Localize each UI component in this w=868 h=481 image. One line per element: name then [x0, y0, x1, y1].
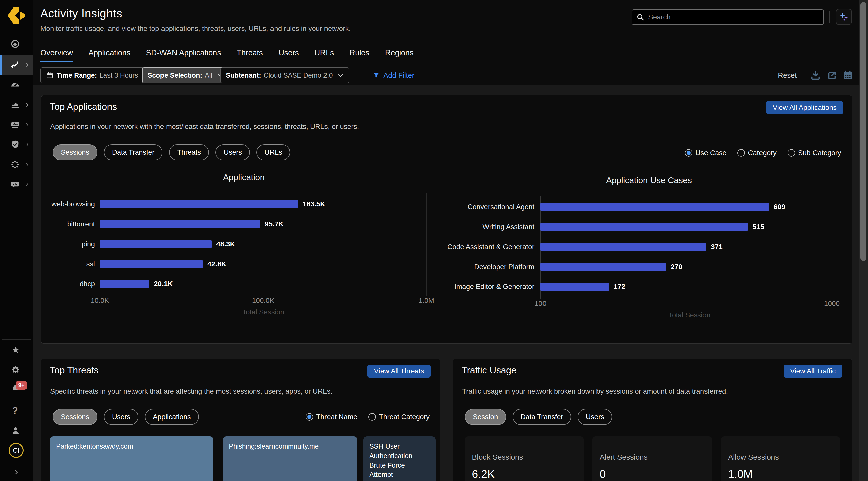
add-filter-button[interactable]: Add Filter [372, 67, 414, 84]
bar-category-label: Developer Platform [379, 263, 534, 271]
traffic-toggle-data-transfer[interactable]: Data Transfer [513, 409, 571, 425]
bar-developer-platform[interactable] [540, 263, 666, 271]
schedule-calendar-icon[interactable] [842, 70, 854, 81]
tab-sd-wan-applications[interactable]: SD-WAN Applications [146, 43, 221, 62]
chevron-right-icon [25, 142, 30, 147]
page-scrollbar-thumb[interactable] [861, 2, 867, 261]
threats-radio-threat-name[interactable]: Threat Name [306, 413, 357, 421]
sidebar-item-reports[interactable] [0, 174, 33, 194]
threats-radio-threat-category[interactable]: Threat Category [368, 413, 430, 421]
subtenant-filter[interactable]: Subtenant: Cloud SASE Demo 2.0 [220, 67, 349, 84]
sidebar-item-appliances[interactable] [0, 115, 33, 135]
bar-value-label: 371 [711, 243, 722, 250]
chevron-right-icon [25, 122, 30, 127]
time-range-value: Last 3 Hours [100, 71, 138, 80]
download-icon[interactable] [810, 70, 821, 81]
metric-toggle-group: SessionsData TransferThreatsUsersURLs [53, 144, 290, 160]
share-export-icon[interactable] [826, 70, 837, 81]
tab-regions[interactable]: Regions [385, 43, 414, 62]
search-input[interactable] [648, 13, 819, 21]
threats-toggle-sessions[interactable]: Sessions [53, 409, 97, 425]
apps-radio-sub-category[interactable]: Sub Category [787, 149, 841, 157]
question-icon: ? [12, 405, 18, 416]
bar-value-label: 95.7K [265, 220, 284, 228]
apps-toggle-threats[interactable]: Threats [169, 144, 209, 160]
sidebar-item-profile[interactable] [0, 420, 33, 441]
bar-value-label: 20.1K [154, 280, 173, 288]
view-all-applications-button[interactable]: View All Applications [766, 101, 843, 114]
apps-radio-category[interactable]: Category [737, 149, 777, 157]
gauge-icon [10, 80, 20, 90]
bar-ssl[interactable] [100, 260, 203, 268]
bar-writing-assistant[interactable] [540, 223, 748, 231]
stat-value: 6.2K [472, 468, 495, 481]
sidebar-item-favorites[interactable] [0, 340, 33, 360]
brand-logo-icon[interactable] [6, 5, 26, 26]
sidebar-item-help[interactable]: ? [0, 400, 33, 421]
bar-dhcp[interactable] [100, 280, 149, 288]
tab-overview[interactable]: Overview [40, 43, 73, 62]
threats-toggle-users[interactable]: Users [104, 409, 138, 425]
avatar[interactable]: CI [8, 443, 24, 458]
bar-code-assistant-generator[interactable] [540, 243, 706, 250]
chevron-right-icon [25, 122, 30, 127]
sidebar-item-dashboards[interactable] [0, 74, 33, 95]
card-title: Top Applications [50, 101, 117, 112]
bar-category-label: Conversational Agent [379, 203, 534, 211]
ai-copilot-button[interactable] [836, 9, 852, 25]
bar-image-editor-generator[interactable] [540, 283, 609, 291]
tab-urls[interactable]: URLs [314, 43, 334, 62]
reset-button[interactable]: Reset [778, 67, 797, 84]
bar-value-label: 270 [671, 263, 682, 271]
topbar: Activity Insights Monitor traffic usage,… [33, 0, 859, 85]
scope-label: Scope Selection: [148, 71, 203, 80]
traffic-toggle-users[interactable]: Users [578, 409, 612, 425]
apps-toggle-users[interactable]: Users [216, 144, 250, 160]
treemap-block-2[interactable]: Phishing:slearncommnuity.me [223, 436, 358, 481]
view-all-threats-button[interactable]: View All Threats [367, 365, 431, 378]
tab-applications[interactable]: Applications [88, 43, 130, 62]
traffic-toggle-session[interactable]: Session [465, 409, 506, 425]
apps-toggle-data-transfer[interactable]: Data Transfer [104, 144, 163, 160]
bar-conversational-agent[interactable] [540, 203, 769, 211]
gauge-icon [10, 80, 20, 90]
sidebar-item-workflows[interactable] [0, 155, 33, 175]
bar-bittorrent[interactable] [100, 220, 260, 228]
tab-threats[interactable]: Threats [237, 43, 263, 62]
bar-web-browsing[interactable] [100, 200, 298, 208]
bar-ping[interactable] [100, 240, 212, 248]
x-tick-label: 1.0M [399, 297, 454, 305]
sidebar-item-activity-insights[interactable] [0, 55, 33, 75]
bar-category-label: Code Assistant & Generator [379, 243, 534, 250]
sidebar-item-monitor[interactable] [0, 34, 33, 54]
bar-category-label: Image Editor & Generator [379, 283, 534, 291]
card-description: Traffic usage in your network broken dow… [462, 387, 728, 395]
sidebar-item-settings[interactable] [0, 360, 33, 380]
dotted-circle-icon [10, 159, 20, 170]
apps-toggle-urls[interactable]: URLs [256, 144, 290, 160]
person-icon [11, 426, 20, 435]
sidebar-item-alerts[interactable] [0, 95, 33, 115]
treemap-block-3[interactable]: SSH User Authentication Brute Force Atte… [364, 436, 435, 481]
view-all-traffic-button[interactable]: View All Traffic [784, 365, 842, 378]
target-icon [10, 39, 20, 49]
tabs-divider [33, 62, 859, 62]
card-header: Top Applications View All Applications [41, 95, 852, 119]
x-tick-label: 100 [513, 300, 568, 308]
time-range-label: Time Range: [57, 71, 97, 80]
page-title: Activity Insights [40, 6, 122, 20]
tab-rules[interactable]: Rules [350, 43, 369, 62]
apps-radio-use-case[interactable]: Use Case [685, 149, 726, 157]
scope-selection-filter[interactable]: Scope Selection: All [142, 67, 229, 84]
sidebar-expand-chevron-icon[interactable] [13, 469, 20, 476]
tab-users[interactable]: Users [279, 43, 299, 62]
card-title: Top Threats [50, 365, 99, 376]
threats-toggle-applications[interactable]: Applications [145, 409, 199, 425]
treemap-block-1[interactable]: Parked:kentonsawdy.com [50, 436, 214, 481]
apps-toggle-sessions[interactable]: Sessions [53, 144, 97, 160]
sidebar-item-security[interactable] [0, 134, 33, 155]
time-range-filter[interactable]: Time Range: Last 3 Hours × [40, 67, 160, 84]
chevron-right-icon [25, 182, 30, 187]
notification-badge: 9+ [16, 381, 27, 390]
target-icon [10, 39, 20, 49]
